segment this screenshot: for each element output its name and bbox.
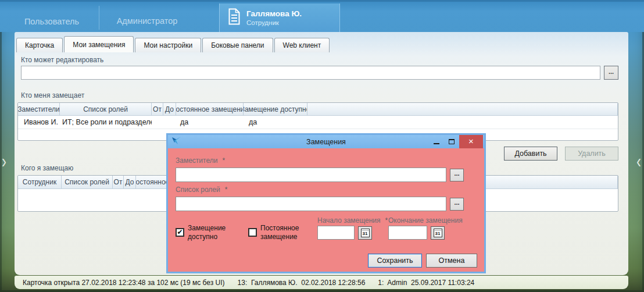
tab-strip: Карточка Мои замещения Мои настройки Бок… — [16, 36, 627, 52]
dialog-body: Заместители* ... Список ролей* ... ✔ Зам… — [168, 148, 484, 272]
user-name: Галлямова Ю. — [246, 9, 302, 19]
substitutes-table-header: Заместители Список ролей От До Постоянно… — [18, 103, 618, 116]
column-header[interactable]: От — [152, 103, 163, 115]
minimize-icon[interactable] — [429, 135, 444, 148]
column-header[interactable]: Постоянное замещение — [176, 103, 244, 115]
close-icon[interactable]: × — [459, 135, 483, 148]
roles-browse-button[interactable]: ... — [450, 198, 464, 211]
cell-available: да — [244, 116, 307, 129]
column-header[interactable]: Заместители — [18, 103, 60, 115]
column-header[interactable]: От — [113, 176, 124, 188]
status-card-opened: Карточка открыта 27.02.2018 12:23:48 за … — [23, 279, 225, 287]
status-modified-by: 13: Галлямова Ю. 02.02.2018 12:28:56 — [238, 279, 366, 287]
permanent-substitution-checkbox[interactable] — [248, 228, 257, 237]
application-window: Пользователь Администратор Галлямова Ю. … — [0, 0, 644, 292]
substitutes-label: Кто меня замещает — [21, 91, 618, 99]
user-role: Сотрудник — [246, 19, 302, 27]
column-header[interactable]: Список ролей — [60, 103, 152, 115]
status-bar: Карточка открыта 27.02.2018 12:23:48 за … — [15, 276, 628, 289]
start-date-label: Начало замещения* — [317, 216, 388, 225]
tab-web-client[interactable]: Web клиент — [274, 38, 330, 52]
cell-from — [152, 116, 163, 129]
required-marker: * — [222, 156, 225, 165]
column-header-empty — [307, 103, 618, 115]
right-sidepanel-expander[interactable]: ‹ — [636, 151, 641, 171]
substitution-available-checkbox[interactable]: ✔ — [176, 228, 184, 237]
roles-field-input[interactable] — [176, 197, 446, 211]
column-header[interactable]: До — [163, 103, 176, 115]
substitutes-field-input[interactable] — [176, 168, 446, 182]
save-button[interactable]: Сохранить — [368, 254, 422, 268]
cell-roles: ИТ; Все роли и подразделения — [60, 116, 152, 129]
app-logo-bird-icon — [171, 136, 181, 147]
tab-side-panels[interactable]: Боковые панели — [202, 38, 273, 52]
end-date-input[interactable] — [388, 226, 427, 240]
document-icon — [228, 8, 241, 27]
add-button[interactable]: Добавить — [504, 147, 557, 161]
cell-empty — [307, 116, 618, 129]
cell-to — [163, 116, 176, 129]
start-date-input[interactable] — [317, 226, 355, 240]
dialog-titlebar[interactable]: Замещения × — [168, 135, 484, 148]
substitution-available-label[interactable]: Замещение доступно — [188, 224, 237, 241]
cell-permanent: да — [176, 116, 244, 129]
end-date-label: Окончание замещения — [388, 216, 467, 225]
tab-card[interactable]: Карточка — [16, 38, 63, 52]
required-marker: * — [225, 186, 228, 194]
tab-my-substitutions[interactable]: Мои замещения — [64, 36, 134, 52]
editors-browse-button[interactable]: ... — [604, 66, 618, 80]
column-header[interactable]: Замещение доступно — [244, 103, 307, 115]
roles-field-label: Список ролей* — [176, 186, 227, 194]
required-marker: * — [385, 216, 388, 225]
editors-input[interactable] — [21, 66, 600, 80]
maximize-icon[interactable] — [444, 135, 459, 148]
substitutes-field-label: Заместители* — [176, 156, 225, 165]
current-user-tab[interactable]: Галлямова Ю. Сотрудник — [219, 3, 340, 32]
cancel-button[interactable]: Отмена — [426, 254, 477, 268]
left-sidepanel-expander[interactable]: › — [2, 151, 6, 171]
substitution-dialog: Замещения × Заместители* ... Спи — [166, 133, 486, 273]
main-toolbar: Пользователь Администратор Галлямова Ю. … — [0, 0, 644, 32]
start-date-calendar-icon[interactable]: 31 — [358, 226, 372, 240]
permanent-substitution-label[interactable]: Постоянное замещение — [260, 224, 317, 241]
top-tab-separator — [99, 6, 99, 30]
editors-label: Кто может редактировать — [21, 56, 618, 64]
tab-my-settings[interactable]: Мои настройки — [135, 38, 201, 52]
column-header[interactable]: Сотрудник — [18, 176, 62, 188]
column-header[interactable]: Список ролей — [62, 176, 113, 188]
cell-substitute: Иванов И. — [18, 116, 60, 129]
delete-button[interactable]: Удалить — [565, 147, 618, 161]
substitutes-browse-button[interactable]: ... — [450, 169, 464, 181]
column-header[interactable]: До — [124, 176, 136, 188]
end-date-calendar-icon[interactable]: 31 — [431, 226, 445, 240]
status-created-by: 1: Admin 25.09.2017 11:03:24 — [378, 279, 474, 287]
table-row[interactable]: Иванов И. ИТ; Все роли и подразделения д… — [18, 116, 618, 129]
